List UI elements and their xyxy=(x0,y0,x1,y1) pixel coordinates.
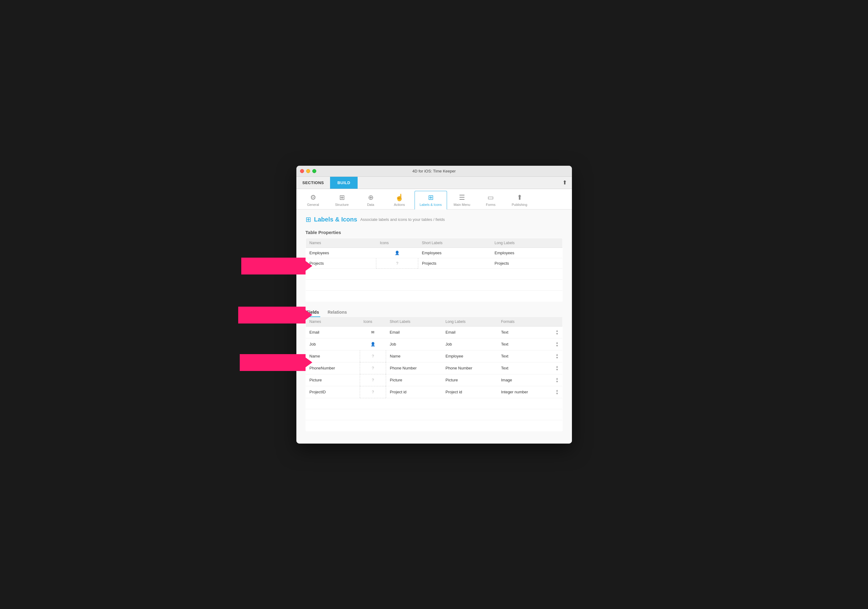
gear-icon: ⚙ xyxy=(310,194,316,202)
field-short-label: Name xyxy=(386,350,442,362)
field-name: ProjectID xyxy=(305,386,360,398)
row-name: Employees xyxy=(305,247,376,258)
field-icon[interactable]: 👤 xyxy=(360,338,386,350)
content-area: ⊞ Labels & Icons Associate labels and ic… xyxy=(296,210,572,444)
nav-build[interactable]: BUILD xyxy=(330,177,358,189)
field-name: Email xyxy=(305,326,360,338)
forms-icon: ▭ xyxy=(487,194,494,202)
publishing-icon: ⬆ xyxy=(517,194,522,202)
nav-sections[interactable]: SECTIONS xyxy=(296,177,330,189)
field-long-label: Job xyxy=(442,338,497,350)
table-row-empty xyxy=(305,291,563,301)
field-long-label: Phone Number xyxy=(442,362,497,374)
page-title: Labels & Icons xyxy=(314,216,357,223)
row-icon[interactable]: 👤 xyxy=(376,247,418,258)
navbar: SECTIONS BUILD ⬆ xyxy=(296,177,572,189)
labels-icons-icon: ⊞ xyxy=(428,194,434,202)
field-icon[interactable]: ✉ xyxy=(360,326,386,338)
row-long-label: Projects xyxy=(491,258,563,268)
table-row-empty xyxy=(305,268,563,280)
table-row: Employees 👤 Employees Employees xyxy=(305,247,563,258)
app-window: 4D for iOS: Time Keeper SECTIONS BUILD ⬆… xyxy=(296,166,572,444)
upload-button[interactable]: ⬆ xyxy=(558,177,572,189)
window-title: 4D for iOS: Time Keeper xyxy=(412,169,456,173)
main-menu-icon: ☰ xyxy=(459,194,465,202)
tab-actions-label: Actions xyxy=(394,203,405,207)
row-short-label: Employees xyxy=(418,247,491,258)
table-row: ProjectID ? Project id Project id Intege… xyxy=(305,386,563,398)
field-short-label: Project id xyxy=(386,386,442,398)
field-long-label: Employee xyxy=(442,350,497,362)
fields-table: Names Icons Short Labels Long Labels For… xyxy=(305,317,563,431)
table-properties-table: Names Icons Short Labels Long Labels Emp… xyxy=(305,238,563,302)
traffic-lights xyxy=(300,169,316,173)
field-format: Image ▲▼ xyxy=(497,374,563,386)
col-header-names: Names xyxy=(305,238,376,247)
field-short-label: Phone Number xyxy=(386,362,442,374)
close-button[interactable] xyxy=(300,169,304,173)
tab-structure[interactable]: ⊞ Structure xyxy=(328,191,356,209)
tab-data[interactable]: ⊕ Data xyxy=(357,191,384,209)
tabbar: ⚙ General ⊞ Structure ⊕ Data ☝ Actions ⊞… xyxy=(296,189,572,210)
field-name: Name xyxy=(305,350,360,362)
page-header: ⊞ Labels & Icons Associate labels and ic… xyxy=(305,216,563,224)
field-name: Job xyxy=(305,338,360,350)
fields-tabs: Fields Relations xyxy=(305,308,563,317)
tab-general[interactable]: ⚙ General xyxy=(299,191,327,209)
col-header-formats: Formats xyxy=(497,317,563,326)
tab-main-menu-label: Main Menu xyxy=(453,203,470,207)
field-long-label: Project id xyxy=(442,386,497,398)
table-properties-title: Table Properties xyxy=(305,230,563,235)
table-row-empty xyxy=(305,280,563,291)
field-long-label: Email xyxy=(442,326,497,338)
titlebar: 4D for iOS: Time Keeper xyxy=(296,166,572,177)
tab-main-menu[interactable]: ☰ Main Menu xyxy=(448,191,476,209)
tab-structure-label: Structure xyxy=(335,203,349,207)
row-short-label: Projects xyxy=(418,258,491,268)
field-format: Text ▲▼ xyxy=(497,326,563,338)
table-row: Job 👤 Job Job Text ▲▼ xyxy=(305,338,563,350)
field-short-label: Email xyxy=(386,326,442,338)
col-header-icons: Icons xyxy=(360,317,386,326)
field-short-label: Job xyxy=(386,338,442,350)
table-row: Projects ? Projects Projects xyxy=(305,258,563,268)
tab-relations[interactable]: Relations xyxy=(326,308,348,317)
table-row: Name ? Name Employee Text ▲▼ xyxy=(305,350,563,362)
col-header-short-labels: Short Labels xyxy=(386,317,442,326)
row-icon[interactable]: ? xyxy=(376,258,418,268)
col-header-icons: Icons xyxy=(376,238,418,247)
labels-icons-page-icon: ⊞ xyxy=(305,216,311,224)
tab-actions[interactable]: ☝ Actions xyxy=(386,191,413,209)
col-header-names: Names xyxy=(305,317,360,326)
table-row: Picture ? Picture Picture Image ▲▼ xyxy=(305,374,563,386)
field-short-label: Picture xyxy=(386,374,442,386)
field-icon[interactable]: ? xyxy=(360,374,386,386)
field-name: Picture xyxy=(305,374,360,386)
field-icon[interactable]: ? xyxy=(360,362,386,374)
maximize-button[interactable] xyxy=(312,169,316,173)
row-long-label: Employees xyxy=(491,247,563,258)
structure-icon: ⊞ xyxy=(339,194,345,202)
table-row-empty xyxy=(305,409,563,420)
tab-forms-label: Forms xyxy=(486,203,495,207)
tab-data-label: Data xyxy=(367,203,374,207)
field-format: Text ▲▼ xyxy=(497,338,563,350)
actions-icon: ☝ xyxy=(395,194,403,202)
field-name: PhoneNumber xyxy=(305,362,360,374)
table-row: Email ✉ Email Email Text ▲▼ xyxy=(305,326,563,338)
tab-forms[interactable]: ▭ Forms xyxy=(477,191,505,209)
field-format: Text ▲▼ xyxy=(497,362,563,374)
tab-labels-icons[interactable]: ⊞ Labels & Icons xyxy=(415,191,447,210)
tab-publishing[interactable]: ⬆ Publishing xyxy=(506,191,533,209)
minimize-button[interactable] xyxy=(306,169,310,173)
field-icon[interactable]: ? xyxy=(360,350,386,362)
data-icon: ⊕ xyxy=(368,194,374,202)
table-row-empty xyxy=(305,420,563,431)
col-header-short-labels: Short Labels xyxy=(418,238,491,247)
field-icon[interactable]: ? xyxy=(360,386,386,398)
field-long-label: Picture xyxy=(442,374,497,386)
field-format: Text ▲▼ xyxy=(497,350,563,362)
table-row-empty xyxy=(305,398,563,409)
tab-publishing-label: Publishing xyxy=(512,203,527,207)
page-description: Associate labels and icons to your table… xyxy=(360,217,445,222)
